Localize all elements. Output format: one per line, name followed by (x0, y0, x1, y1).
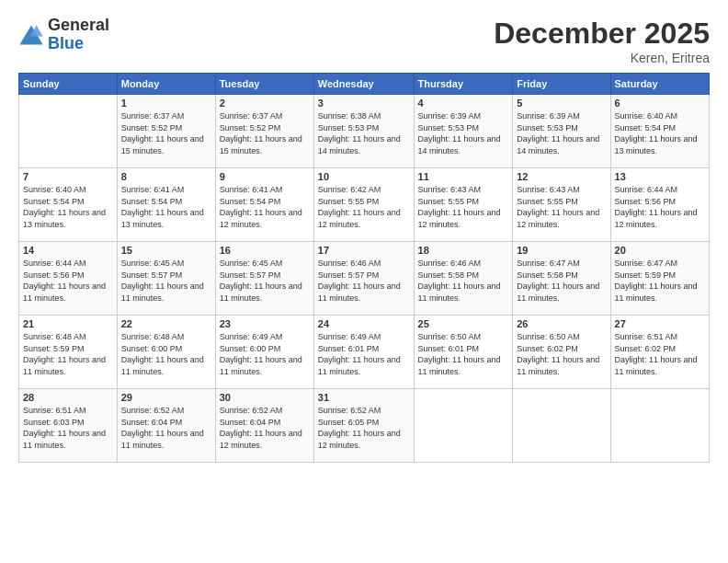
day-cell: 22Sunrise: 6:48 AM Sunset: 6:00 PM Dayli… (117, 316, 215, 389)
day-number: 13 (615, 171, 705, 182)
day-cell: 17Sunrise: 6:46 AM Sunset: 5:57 PM Dayli… (313, 242, 414, 316)
col-sunday: Sunday (19, 74, 118, 95)
logo-general-label: General (48, 17, 109, 35)
day-cell: 20Sunrise: 6:47 AM Sunset: 5:59 PM Dayli… (610, 242, 709, 316)
calendar-header: Sunday Monday Tuesday Wednesday Thursday… (19, 74, 710, 95)
page: General Blue December 2025 Keren, Eritre… (0, 0, 728, 563)
col-tuesday: Tuesday (215, 74, 313, 95)
day-info: Sunrise: 6:44 AM Sunset: 5:56 PM Dayligh… (23, 258, 113, 304)
logo-icon (18, 22, 44, 48)
day-cell (513, 389, 610, 463)
week-row-2: 7Sunrise: 6:40 AM Sunset: 5:54 PM Daylig… (19, 168, 710, 242)
day-number: 18 (418, 245, 509, 256)
day-number: 26 (517, 318, 606, 329)
day-number: 14 (23, 245, 113, 256)
day-cell (610, 389, 709, 463)
logo-blue-label: Blue (48, 35, 109, 53)
day-cell: 5Sunrise: 6:39 AM Sunset: 5:53 PM Daylig… (513, 95, 610, 168)
day-info: Sunrise: 6:42 AM Sunset: 5:55 PM Dayligh… (318, 184, 410, 230)
calendar: Sunday Monday Tuesday Wednesday Thursday… (18, 73, 710, 463)
day-cell (19, 95, 118, 168)
week-row-1: 1Sunrise: 6:37 AM Sunset: 5:52 PM Daylig… (19, 95, 710, 168)
day-info: Sunrise: 6:37 AM Sunset: 5:52 PM Dayligh… (220, 110, 310, 156)
day-info: Sunrise: 6:48 AM Sunset: 6:00 PM Dayligh… (121, 331, 211, 377)
day-cell: 6Sunrise: 6:40 AM Sunset: 5:54 PM Daylig… (610, 95, 709, 168)
day-number: 9 (220, 171, 310, 182)
day-info: Sunrise: 6:52 AM Sunset: 6:05 PM Dayligh… (318, 405, 410, 451)
day-number: 28 (23, 392, 113, 403)
day-number: 5 (517, 98, 606, 109)
day-number: 30 (220, 392, 310, 403)
week-row-4: 21Sunrise: 6:48 AM Sunset: 5:59 PM Dayli… (19, 316, 710, 389)
day-info: Sunrise: 6:41 AM Sunset: 5:54 PM Dayligh… (220, 184, 310, 230)
day-info: Sunrise: 6:43 AM Sunset: 5:55 PM Dayligh… (517, 184, 606, 230)
day-cell: 26Sunrise: 6:50 AM Sunset: 6:02 PM Dayli… (513, 316, 610, 389)
day-info: Sunrise: 6:52 AM Sunset: 6:04 PM Dayligh… (220, 405, 310, 451)
day-info: Sunrise: 6:51 AM Sunset: 6:02 PM Dayligh… (615, 331, 705, 377)
day-number: 10 (318, 171, 410, 182)
day-cell: 11Sunrise: 6:43 AM Sunset: 5:55 PM Dayli… (414, 168, 513, 242)
day-number: 20 (615, 245, 705, 256)
day-info: Sunrise: 6:49 AM Sunset: 6:00 PM Dayligh… (220, 331, 310, 377)
day-cell: 1Sunrise: 6:37 AM Sunset: 5:52 PM Daylig… (117, 95, 215, 168)
week-row-3: 14Sunrise: 6:44 AM Sunset: 5:56 PM Dayli… (19, 242, 710, 316)
day-info: Sunrise: 6:37 AM Sunset: 5:52 PM Dayligh… (121, 110, 211, 156)
day-cell: 10Sunrise: 6:42 AM Sunset: 5:55 PM Dayli… (313, 168, 414, 242)
day-number: 1 (121, 98, 211, 109)
day-cell: 9Sunrise: 6:41 AM Sunset: 5:54 PM Daylig… (215, 168, 313, 242)
day-number: 3 (318, 98, 410, 109)
col-wednesday: Wednesday (313, 74, 414, 95)
day-cell: 3Sunrise: 6:38 AM Sunset: 5:53 PM Daylig… (313, 95, 414, 168)
day-cell: 21Sunrise: 6:48 AM Sunset: 5:59 PM Dayli… (19, 316, 118, 389)
header: General Blue December 2025 Keren, Eritre… (18, 17, 710, 65)
header-row: Sunday Monday Tuesday Wednesday Thursday… (19, 74, 710, 95)
day-number: 12 (517, 171, 606, 182)
day-cell: 29Sunrise: 6:52 AM Sunset: 6:04 PM Dayli… (117, 389, 215, 463)
day-info: Sunrise: 6:40 AM Sunset: 5:54 PM Dayligh… (23, 184, 113, 230)
day-cell: 2Sunrise: 6:37 AM Sunset: 5:52 PM Daylig… (215, 95, 313, 168)
day-cell (414, 389, 513, 463)
day-info: Sunrise: 6:44 AM Sunset: 5:56 PM Dayligh… (615, 184, 705, 230)
day-number: 16 (220, 245, 310, 256)
day-number: 21 (23, 318, 113, 329)
day-number: 11 (418, 171, 509, 182)
day-cell: 15Sunrise: 6:45 AM Sunset: 5:57 PM Dayli… (117, 242, 215, 316)
day-info: Sunrise: 6:46 AM Sunset: 5:57 PM Dayligh… (318, 258, 410, 304)
day-number: 22 (121, 318, 211, 329)
day-info: Sunrise: 6:49 AM Sunset: 6:01 PM Dayligh… (318, 331, 410, 377)
logo-text: General Blue (48, 17, 109, 53)
day-info: Sunrise: 6:40 AM Sunset: 5:54 PM Dayligh… (615, 110, 705, 156)
month-title: December 2025 (494, 17, 710, 51)
day-info: Sunrise: 6:47 AM Sunset: 5:59 PM Dayligh… (615, 258, 705, 304)
day-cell: 12Sunrise: 6:43 AM Sunset: 5:55 PM Dayli… (513, 168, 610, 242)
day-number: 29 (121, 392, 211, 403)
col-friday: Friday (513, 74, 610, 95)
day-number: 31 (318, 392, 410, 403)
day-info: Sunrise: 6:38 AM Sunset: 5:53 PM Dayligh… (318, 110, 410, 156)
day-cell: 16Sunrise: 6:45 AM Sunset: 5:57 PM Dayli… (215, 242, 313, 316)
day-cell: 14Sunrise: 6:44 AM Sunset: 5:56 PM Dayli… (19, 242, 118, 316)
col-saturday: Saturday (610, 74, 709, 95)
day-info: Sunrise: 6:52 AM Sunset: 6:04 PM Dayligh… (121, 405, 211, 451)
day-cell: 31Sunrise: 6:52 AM Sunset: 6:05 PM Dayli… (313, 389, 414, 463)
day-number: 2 (220, 98, 310, 109)
day-info: Sunrise: 6:45 AM Sunset: 5:57 PM Dayligh… (220, 258, 310, 304)
day-number: 6 (615, 98, 705, 109)
day-cell: 18Sunrise: 6:46 AM Sunset: 5:58 PM Dayli… (414, 242, 513, 316)
day-info: Sunrise: 6:50 AM Sunset: 6:01 PM Dayligh… (418, 331, 509, 377)
day-cell: 4Sunrise: 6:39 AM Sunset: 5:53 PM Daylig… (414, 95, 513, 168)
day-cell: 19Sunrise: 6:47 AM Sunset: 5:58 PM Dayli… (513, 242, 610, 316)
day-cell: 24Sunrise: 6:49 AM Sunset: 6:01 PM Dayli… (313, 316, 414, 389)
week-row-5: 28Sunrise: 6:51 AM Sunset: 6:03 PM Dayli… (19, 389, 710, 463)
day-info: Sunrise: 6:51 AM Sunset: 6:03 PM Dayligh… (23, 405, 113, 451)
day-info: Sunrise: 6:47 AM Sunset: 5:58 PM Dayligh… (517, 258, 606, 304)
day-number: 23 (220, 318, 310, 329)
day-info: Sunrise: 6:39 AM Sunset: 5:53 PM Dayligh… (418, 110, 509, 156)
title-section: December 2025 Keren, Eritrea (494, 17, 710, 65)
day-number: 4 (418, 98, 509, 109)
day-cell: 25Sunrise: 6:50 AM Sunset: 6:01 PM Dayli… (414, 316, 513, 389)
day-number: 24 (318, 318, 410, 329)
day-cell: 28Sunrise: 6:51 AM Sunset: 6:03 PM Dayli… (19, 389, 118, 463)
day-cell: 13Sunrise: 6:44 AM Sunset: 5:56 PM Dayli… (610, 168, 709, 242)
location: Keren, Eritrea (494, 51, 710, 65)
